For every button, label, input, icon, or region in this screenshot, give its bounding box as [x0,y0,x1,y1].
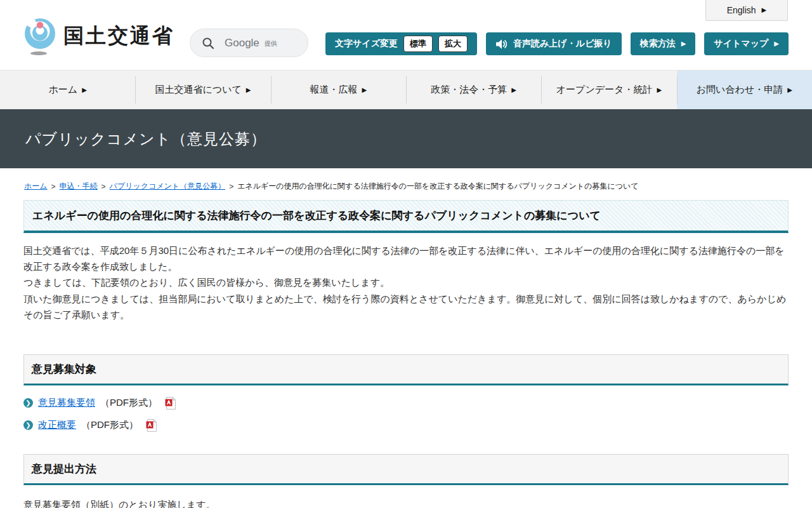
mlit-logo-icon [24,17,56,56]
breadcrumb-link-applications[interactable]: 申込・手続 [60,181,98,192]
sitemap-button-label: サイトマップ [714,38,768,50]
main-content: エネルギーの使用の合理化に関する法律施行令の一部を改正する政令案に関するパブリッ… [23,200,789,508]
nav-item-label: お問い合わせ・申請 [697,84,783,96]
search-engine-label: Google [225,37,259,50]
nav-item-label: 報道・広報 [310,84,357,96]
pdf-link-kaisei-gaiyo[interactable]: 改正概要 [38,419,76,431]
nav-item-label: オープンデータ・統計 [556,84,653,96]
arrow-right-icon: ▶ [681,41,686,47]
method-line: 意見募集要領（別紙）のとおり実施します。 [23,497,789,508]
site-logo[interactable]: 国土交通省 [24,17,174,56]
header-button-row: 文字サイズ変更 標準 拡大 音声読み上げ・ルビ振り 検索方法 ▶ サイトマップ … [325,32,789,55]
arrow-right-icon: ▶ [82,87,87,93]
arrow-right-icon: ▶ [762,7,767,13]
list-item: ❯ 意見募集要領 （PDF形式） [23,396,789,410]
search-icon [202,37,214,50]
english-button[interactable]: English ▶ [705,0,788,21]
page-title-band: パブリックコメント（意見公募） [0,109,812,168]
pdf-icon[interactable] [165,397,176,410]
breadcrumb-separator: > [102,182,106,191]
search-method-button[interactable]: 検索方法 ▶ [631,32,696,55]
global-nav: ホーム ▶ 国土交通省について ▶ 報道・広報 ▶ 政策・法令・予算 ▶ オープ… [0,70,812,109]
pdf-icon[interactable] [146,419,157,432]
font-size-control: 文字サイズ変更 標準 拡大 [325,32,477,55]
pdf-link-boshu-yoryo[interactable]: 意見募集要領 [38,397,95,409]
section-heading-target: 意見募集対象 [23,354,789,385]
logo-text: 国土交通省 [63,22,174,50]
font-size-large-button[interactable]: 拡大 [438,36,468,52]
tts-button-label: 音声読み上げ・ルビ振り [513,38,612,50]
breadcrumb-link-home[interactable]: ホーム [24,181,48,192]
arrow-right-icon: ▶ [511,87,516,93]
breadcrumb-separator: > [229,182,233,191]
pdf-link-list: ❯ 意見募集要領 （PDF形式） ❯ 改正概要 （PDF形式） [23,396,789,432]
breadcrumb-link-public-comment[interactable]: パブリックコメント（意見公募） [110,181,226,192]
pdf-format-label: （PDF形式） [100,397,157,409]
intro-paragraph: 国土交通省では、平成20年５月30日に公布されたエネルギーの使用の合理化に関する… [23,243,789,274]
search-input[interactable]: Google 提供 [190,29,308,57]
section-heading-method: 意見提出方法 [23,454,789,485]
nav-item-label: 政策・法令・予算 [431,84,507,96]
font-size-label: 文字サイズ変更 [335,38,398,50]
font-size-standard-button[interactable]: 標準 [403,36,433,52]
site-header: 国土交通省 Google 提供 English ▶ 文字サイズ変更 標準 拡大 … [0,0,812,70]
speaker-icon [495,39,508,50]
intro-paragraph: つきましては、下記要領のとおり、広く国民の皆様から、御意見を募集いたします。 [23,274,789,290]
chevron-glyph: ❯ [25,422,30,429]
english-button-label: English [727,5,756,15]
sitemap-button[interactable]: サイトマップ ▶ [704,32,789,55]
intro-paragraph: 頂いた御意見につきましては、担当部局において取りまとめた上で、検討を行う際の資料… [23,291,789,323]
nav-item-about[interactable]: 国土交通省について ▶ [135,70,270,109]
method-text: 意見募集要領（別紙）のとおり実施します。 募集期間は、平成20年11月1日（土）… [23,497,789,508]
nav-item-contact[interactable]: お問い合わせ・申請 ▶ [677,70,812,109]
nav-item-label: ホーム [48,84,77,96]
arrow-right-icon: ▶ [362,87,367,93]
list-item: ❯ 改正概要 （PDF形式） [23,418,789,432]
document-title: エネルギーの使用の合理化に関する法律施行令の一部を改正する政令案に関するパブリッ… [23,200,789,233]
chevron-bullet-icon: ❯ [23,398,33,408]
arrow-right-icon: ▶ [774,41,779,47]
pdf-format-label: （PDF形式） [81,419,138,431]
nav-item-press[interactable]: 報道・広報 ▶ [271,70,406,109]
arrow-right-icon: ▶ [246,87,251,93]
nav-item-home[interactable]: ホーム ▶ [0,70,135,109]
arrow-right-icon: ▶ [657,87,662,93]
arrow-right-icon: ▶ [787,87,792,93]
breadcrumb-separator: > [51,182,56,191]
page-title: パブリックコメント（意見公募） [25,129,266,149]
nav-item-label: 国土交通省について [155,84,241,96]
intro-text: 国土交通省では、平成20年５月30日に公布されたエネルギーの使用の合理化に関する… [23,243,789,323]
tts-button[interactable]: 音声読み上げ・ルビ振り [486,32,622,55]
search-provided-label: 提供 [265,37,277,48]
search-method-label: 検索方法 [640,38,676,50]
breadcrumb-current: エネルギーの使用の合理化に関する法律施行令の一部を改正する政令案に関するパブリッ… [237,181,638,192]
chevron-glyph: ❯ [25,400,30,406]
breadcrumb: ホーム > 申込・手続 > パブリックコメント（意見公募） > エネルギーの使用… [24,181,788,192]
chevron-bullet-icon: ❯ [23,420,33,430]
nav-item-opendata[interactable]: オープンデータ・統計 ▶ [541,70,676,109]
nav-item-policy[interactable]: 政策・法令・予算 ▶ [406,70,541,109]
